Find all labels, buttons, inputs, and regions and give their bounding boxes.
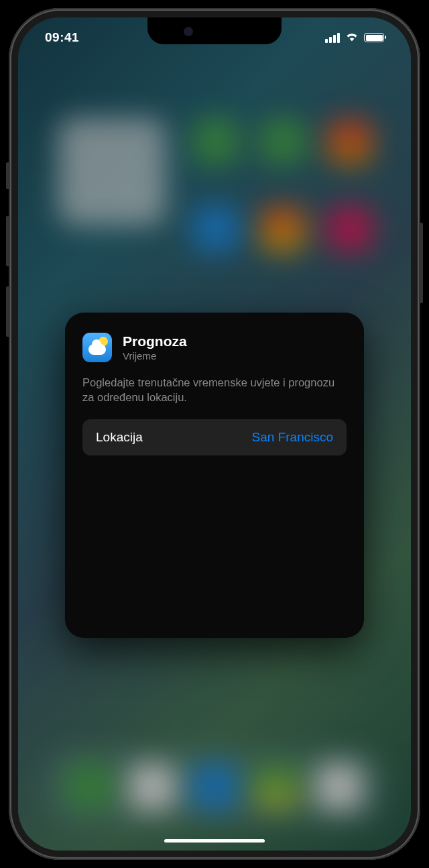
widget-config-panel: Prognoza Vrijeme Pogledajte trenutačne v… (65, 313, 364, 638)
notch (147, 17, 282, 44)
status-time: 09:41 (45, 30, 79, 45)
home-indicator[interactable] (164, 839, 265, 843)
wifi-icon (345, 31, 359, 44)
widget-description: Pogledajte trenutačne vremenske uvjete i… (82, 375, 347, 405)
location-value: San Francisco (252, 430, 333, 445)
widget-title: Prognoza (123, 333, 187, 349)
widget-header: Prognoza Vrijeme (82, 333, 347, 363)
widget-titles: Prognoza Vrijeme (123, 333, 187, 363)
widget-app-name: Vrijeme (123, 349, 187, 363)
location-setting-row[interactable]: Lokacija San Francisco (82, 419, 347, 455)
location-label: Lokacija (96, 430, 143, 445)
cellular-signal-icon (325, 33, 340, 43)
weather-app-icon (82, 333, 112, 362)
battery-icon (364, 33, 384, 42)
power-button (420, 223, 423, 303)
volume-down-button (6, 286, 9, 337)
status-icons (325, 31, 384, 44)
phone-frame: 09:41 (9, 8, 420, 860)
phone-screen: 09:41 (18, 17, 411, 851)
